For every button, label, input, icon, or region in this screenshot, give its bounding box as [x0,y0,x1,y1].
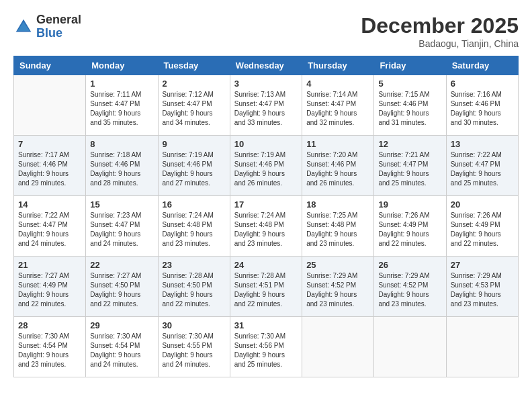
day-cell: 17Sunrise: 7:24 AMSunset: 4:48 PMDayligh… [230,196,302,257]
logo-blue: Blue [36,27,81,40]
day-info: Sunrise: 7:26 AMSunset: 4:49 PMDaylight:… [451,211,514,248]
day-info: Sunrise: 7:30 AMSunset: 4:55 PMDaylight:… [163,332,226,369]
day-info: Sunrise: 7:30 AMSunset: 4:54 PMDaylight:… [90,332,153,369]
day-number: 10 [234,139,298,149]
day-number: 18 [306,199,369,210]
day-number: 17 [234,199,298,210]
day-number: 12 [378,139,441,149]
day-cell: 22Sunrise: 7:27 AMSunset: 4:50 PMDayligh… [86,257,158,317]
weekday-header-thursday: Thursday [302,56,374,75]
logo: General Blue [13,13,81,40]
day-number: 21 [18,260,81,270]
day-info: Sunrise: 7:30 AMSunset: 4:54 PMDaylight:… [18,332,81,369]
day-cell: 4Sunrise: 7:14 AMSunset: 4:47 PMDaylight… [302,75,374,136]
day-info: Sunrise: 7:15 AMSunset: 4:46 PMDaylight:… [378,90,441,128]
day-cell: 15Sunrise: 7:23 AMSunset: 4:47 PMDayligh… [86,196,158,257]
day-info: Sunrise: 7:13 AMSunset: 4:47 PMDaylight:… [234,90,298,128]
day-number: 20 [451,199,514,210]
day-cell: 20Sunrise: 7:26 AMSunset: 4:49 PMDayligh… [446,196,518,257]
day-cell: 27Sunrise: 7:29 AMSunset: 4:53 PMDayligh… [446,257,518,317]
day-cell: 19Sunrise: 7:26 AMSunset: 4:49 PMDayligh… [374,196,446,257]
day-info: Sunrise: 7:23 AMSunset: 4:47 PMDaylight:… [90,211,153,248]
day-cell [14,75,86,136]
day-cell: 21Sunrise: 7:27 AMSunset: 4:49 PMDayligh… [14,257,86,317]
logo-general: General [36,13,81,27]
day-cell: 6Sunrise: 7:16 AMSunset: 4:46 PMDaylight… [446,75,518,136]
day-info: Sunrise: 7:27 AMSunset: 4:49 PMDaylight:… [18,271,81,309]
day-info: Sunrise: 7:19 AMSunset: 4:46 PMDaylight:… [234,150,298,188]
day-number: 8 [90,139,153,149]
day-number: 16 [163,199,226,210]
day-info: Sunrise: 7:27 AMSunset: 4:50 PMDaylight:… [90,271,153,309]
day-info: Sunrise: 7:30 AMSunset: 4:56 PMDaylight:… [234,332,298,369]
day-info: Sunrise: 7:25 AMSunset: 4:48 PMDaylight:… [306,211,369,248]
day-cell: 10Sunrise: 7:19 AMSunset: 4:46 PMDayligh… [230,136,302,196]
day-cell [374,317,446,377]
day-number: 11 [306,139,369,149]
day-info: Sunrise: 7:12 AMSunset: 4:47 PMDaylight:… [163,90,226,128]
weekday-header-friday: Friday [374,56,446,75]
title-block: December 2025 Badaogu, Tianjin, China [361,13,519,49]
day-info: Sunrise: 7:24 AMSunset: 4:48 PMDaylight:… [234,211,298,248]
day-number: 27 [451,260,514,270]
day-number: 26 [378,260,441,270]
page-header: General Blue December 2025 Badaogu, Tian… [13,13,519,49]
day-number: 2 [163,79,226,89]
weekday-header-row: SundayMondayTuesdayWednesdayThursdayFrid… [14,56,519,75]
day-info: Sunrise: 7:16 AMSunset: 4:46 PMDaylight:… [451,90,514,128]
day-number: 13 [451,139,514,149]
day-cell: 31Sunrise: 7:30 AMSunset: 4:56 PMDayligh… [230,317,302,377]
day-cell: 3Sunrise: 7:13 AMSunset: 4:47 PMDaylight… [230,75,302,136]
day-cell: 30Sunrise: 7:30 AMSunset: 4:55 PMDayligh… [158,317,230,377]
day-number: 22 [90,260,153,270]
day-cell: 8Sunrise: 7:18 AMSunset: 4:46 PMDaylight… [86,136,158,196]
week-row-5: 28Sunrise: 7:30 AMSunset: 4:54 PMDayligh… [14,317,519,377]
month-title: December 2025 [361,13,519,38]
day-cell: 26Sunrise: 7:29 AMSunset: 4:52 PMDayligh… [374,257,446,317]
day-cell: 24Sunrise: 7:28 AMSunset: 4:51 PMDayligh… [230,257,302,317]
day-cell: 11Sunrise: 7:20 AMSunset: 4:46 PMDayligh… [302,136,374,196]
day-info: Sunrise: 7:11 AMSunset: 4:47 PMDaylight:… [90,90,153,128]
weekday-header-sunday: Sunday [14,56,86,75]
day-number: 4 [306,79,369,89]
day-cell: 12Sunrise: 7:21 AMSunset: 4:47 PMDayligh… [374,136,446,196]
day-info: Sunrise: 7:29 AMSunset: 4:52 PMDaylight:… [306,271,369,309]
logo-text: General Blue [36,13,81,40]
day-cell: 1Sunrise: 7:11 AMSunset: 4:47 PMDaylight… [86,75,158,136]
day-cell: 9Sunrise: 7:19 AMSunset: 4:46 PMDaylight… [158,136,230,196]
day-cell: 29Sunrise: 7:30 AMSunset: 4:54 PMDayligh… [86,317,158,377]
day-number: 1 [90,79,153,89]
day-cell [302,317,374,377]
weekday-header-monday: Monday [86,56,158,75]
day-info: Sunrise: 7:29 AMSunset: 4:53 PMDaylight:… [451,271,514,309]
day-cell: 25Sunrise: 7:29 AMSunset: 4:52 PMDayligh… [302,257,374,317]
day-cell: 16Sunrise: 7:24 AMSunset: 4:48 PMDayligh… [158,196,230,257]
logo-icon [13,17,34,37]
day-cell: 5Sunrise: 7:15 AMSunset: 4:46 PMDaylight… [374,75,446,136]
day-number: 9 [163,139,226,149]
day-info: Sunrise: 7:18 AMSunset: 4:46 PMDaylight:… [90,150,153,188]
day-info: Sunrise: 7:28 AMSunset: 4:51 PMDaylight:… [234,271,298,309]
day-cell: 13Sunrise: 7:22 AMSunset: 4:47 PMDayligh… [446,136,518,196]
day-number: 30 [163,320,226,330]
day-number: 23 [163,260,226,270]
day-cell: 18Sunrise: 7:25 AMSunset: 4:48 PMDayligh… [302,196,374,257]
week-row-2: 7Sunrise: 7:17 AMSunset: 4:46 PMDaylight… [14,136,519,196]
day-number: 28 [18,320,81,330]
day-number: 7 [18,139,81,149]
day-info: Sunrise: 7:17 AMSunset: 4:46 PMDaylight:… [18,150,81,188]
weekday-header-saturday: Saturday [446,56,518,75]
day-number: 24 [234,260,298,270]
day-info: Sunrise: 7:20 AMSunset: 4:46 PMDaylight:… [306,150,369,188]
day-info: Sunrise: 7:28 AMSunset: 4:50 PMDaylight:… [163,271,226,309]
weekday-header-wednesday: Wednesday [230,56,302,75]
day-cell: 2Sunrise: 7:12 AMSunset: 4:47 PMDaylight… [158,75,230,136]
day-number: 15 [90,199,153,210]
week-row-3: 14Sunrise: 7:22 AMSunset: 4:47 PMDayligh… [14,196,519,257]
day-info: Sunrise: 7:22 AMSunset: 4:47 PMDaylight:… [18,211,81,248]
day-number: 6 [451,79,514,89]
day-info: Sunrise: 7:14 AMSunset: 4:47 PMDaylight:… [306,90,369,128]
day-number: 3 [234,79,298,89]
day-cell: 14Sunrise: 7:22 AMSunset: 4:47 PMDayligh… [14,196,86,257]
day-number: 31 [234,320,298,330]
